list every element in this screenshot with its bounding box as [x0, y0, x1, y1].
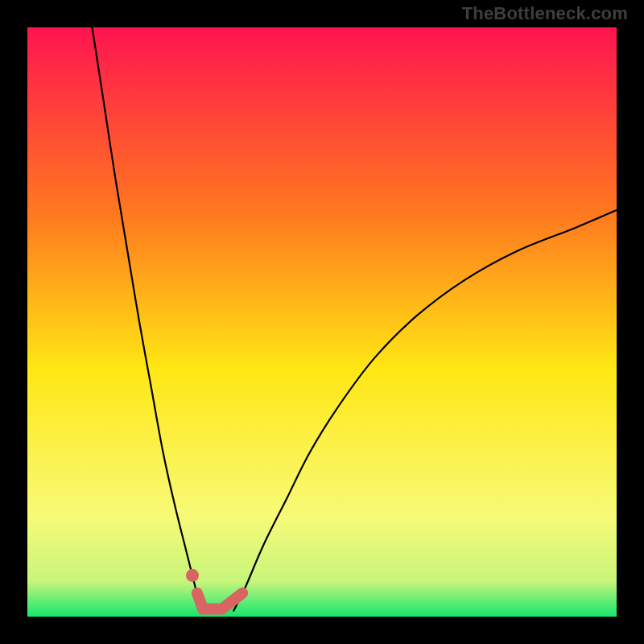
chart-frame: TheBottleneck.com — [0, 0, 644, 644]
highlight-dot — [186, 569, 199, 582]
plot-background — [27, 27, 617, 617]
bottleneck-chart — [0, 0, 644, 644]
watermark-text: TheBottleneck.com — [462, 3, 628, 24]
